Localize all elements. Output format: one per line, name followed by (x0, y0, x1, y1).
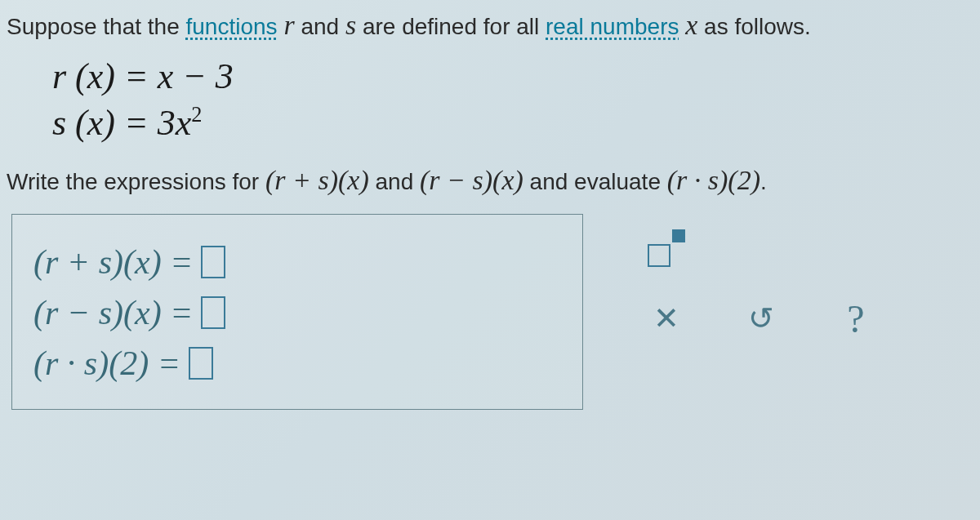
help-icon: ? (847, 296, 864, 341)
ans1-label: (r + s)(x) = (33, 242, 193, 282)
reset-icon: ↺ (748, 300, 774, 336)
instr-p1: Write the expressions for (7, 169, 265, 194)
instr-p2: and (369, 169, 420, 194)
instruction-text: Write the expressions for (r + s)(x) and… (7, 165, 973, 196)
var-r: r (283, 10, 294, 40)
x-icon: ✕ (653, 300, 679, 336)
function-definitions: r (x) = x − 3 s (x) = 3x2 (52, 56, 973, 144)
instr-p4: . (760, 169, 767, 194)
answer-box: (r + s)(x) = (r − s)(x) = (r · s)(2) = (11, 214, 583, 410)
r-definition: r (x) = x − 3 (52, 56, 973, 97)
var-x: x (685, 10, 697, 40)
expr-rminus-s: (r − s)(x) (420, 165, 523, 195)
help-button[interactable]: ? (828, 294, 884, 343)
answer-input-2[interactable] (201, 296, 225, 329)
expr-rdot-s: (r · s)(2) (667, 165, 760, 195)
s-def-text: s (x) = 3x (52, 103, 191, 143)
q-and: and (295, 14, 345, 39)
functions-link[interactable]: functions (186, 14, 278, 39)
answer-line-2: (r − s)(x) = (33, 293, 556, 332)
toolbox: ✕ ↺ ? (639, 224, 884, 343)
q-mid2: are defined for all (356, 14, 546, 39)
answer-input-3[interactable] (189, 347, 213, 380)
answer-line-3: (r · s)(2) = (33, 344, 556, 383)
question-text: Suppose that the functions r and s are d… (7, 10, 973, 41)
instr-p3: and evaluate (523, 169, 667, 194)
ans3-label: (r · s)(2) = (33, 344, 180, 383)
s-def-exp: 2 (191, 102, 202, 127)
clear-button[interactable]: ✕ (639, 294, 694, 343)
answer-input-1[interactable] (201, 246, 225, 278)
exponent-icon (648, 229, 685, 267)
exponent-button[interactable] (639, 224, 694, 273)
answer-row: (r + s)(x) = (r − s)(x) = (r · s)(2) = ✕ (7, 214, 973, 410)
answer-line-1: (r + s)(x) = (33, 242, 556, 282)
s-definition: s (x) = 3x2 (52, 102, 973, 144)
r-def-text: r (x) = x − 3 (52, 56, 234, 96)
ans2-label: (r − s)(x) = (33, 293, 193, 332)
expr-rplus-s: (r + s)(x) (265, 165, 369, 195)
reset-button[interactable]: ↺ (733, 294, 789, 343)
q-suffix: as follows. (697, 14, 811, 39)
real-numbers-link[interactable]: real numbers (546, 14, 679, 39)
q-prefix: Suppose that the (7, 14, 186, 39)
var-s: s (345, 10, 356, 40)
